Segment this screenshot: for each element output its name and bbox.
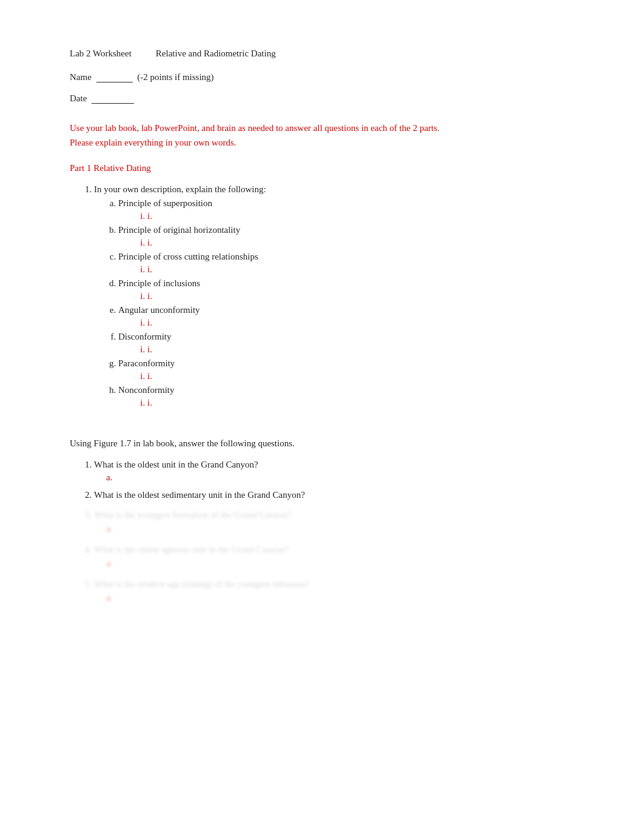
sub-item-h-label: Nonconformity <box>118 385 174 395</box>
blurred-q4-answer: ■ <box>94 560 583 569</box>
sub-sub-list-a: i. <box>118 211 583 221</box>
date-line: Date <box>70 93 583 104</box>
sub-item-g-label: Paraconformity <box>118 358 175 368</box>
sub-item-d: Principle of inclusions i. <box>118 278 583 301</box>
header: Lab 2 Worksheet Relative and Radiometric… <box>70 49 583 59</box>
sub-sub-list-h: i. <box>118 398 583 408</box>
blurred-question-list: What is the youngest formation of the Gr… <box>70 510 583 604</box>
blurred-section: What is the youngest formation of the Gr… <box>70 510 583 604</box>
figure-q2-text: What is the oldest sedimentary unit in t… <box>94 490 305 500</box>
answer-i-b[interactable]: i. <box>147 238 583 248</box>
sub-item-e: Angular unconformity i. <box>118 305 583 328</box>
sub-sub-list-c: i. <box>118 264 583 275</box>
blurred-q4-text: What is the oldest igneous unit in the G… <box>94 545 583 555</box>
part1-heading: Part 1 Relative Dating <box>70 163 583 173</box>
question-1-text: In your own description, explain the fol… <box>94 184 266 194</box>
sub-item-f-label: Disconformity <box>118 332 172 341</box>
blurred-q5-answer: ■ <box>94 594 583 604</box>
sub-item-b-label: Principle of original horizontality <box>118 225 240 235</box>
question-list-1: In your own description, explain the fol… <box>70 184 583 408</box>
figure-q1-text: What is the oldest unit in the Grand Can… <box>94 460 258 469</box>
sub-item-c: Principle of cross cutting relationships… <box>118 252 583 275</box>
sub-sub-list-b: i. <box>118 238 583 248</box>
answer-i-d[interactable]: i. <box>147 291 583 301</box>
sub-item-e-label: Angular unconformity <box>118 305 200 315</box>
figure-q1: What is the oldest unit in the Grand Can… <box>94 460 583 483</box>
answer-i-h[interactable]: i. <box>147 398 583 408</box>
question-1: In your own description, explain the fol… <box>94 184 583 408</box>
sub-item-h: Nonconformity i. <box>118 385 583 408</box>
date-blank[interactable] <box>92 103 134 104</box>
sub-item-a: Principle of superposition i. <box>118 198 583 221</box>
answer-i-g[interactable]: i. <box>147 371 583 381</box>
sub-item-f: Disconformity i. <box>118 332 583 355</box>
sub-item-g: Paraconformity i. <box>118 358 583 381</box>
instructions: Use your lab book, lab PowerPoint, and b… <box>70 121 446 150</box>
answer-i-a[interactable]: i. <box>147 211 583 221</box>
figure-q1-answer[interactable]: a. <box>94 472 583 483</box>
question-list-2: What is the oldest unit in the Grand Can… <box>70 460 583 500</box>
sub-sub-list-g: i. <box>118 371 583 381</box>
sub-sub-list-d: i. <box>118 291 583 301</box>
answer-i-e[interactable]: i. <box>147 318 583 328</box>
name-note: (-2 points if missing) <box>137 72 213 82</box>
sub-list-1: Principle of superposition i. Principle … <box>94 198 583 408</box>
figure-q2: What is the oldest sedimentary unit in t… <box>94 490 583 500</box>
blurred-q5-text: What is the relative age (timing) of the… <box>94 579 583 589</box>
blurred-q4: What is the oldest igneous unit in the G… <box>94 545 583 569</box>
answer-i-c[interactable]: i. <box>147 264 583 275</box>
sub-sub-list-e: i. <box>118 318 583 328</box>
name-line: Name (-2 points if missing) <box>70 72 583 82</box>
sub-sub-list-f: i. <box>118 344 583 355</box>
title-label: Relative and Radiometric Dating <box>156 49 276 59</box>
sub-item-c-label: Principle of cross cutting relationships <box>118 252 258 261</box>
sub-item-d-label: Principle of inclusions <box>118 278 200 288</box>
answer-i-f[interactable]: i. <box>147 344 583 355</box>
blurred-q5: What is the relative age (timing) of the… <box>94 579 583 604</box>
blurred-q3-text: What is the youngest formation of the Gr… <box>94 510 583 520</box>
sub-item-b: Principle of original horizontality i. <box>118 225 583 248</box>
date-label: Date <box>70 93 87 103</box>
name-label: Name <box>70 72 92 82</box>
lab-label: Lab 2 Worksheet <box>70 49 132 59</box>
blurred-q3: What is the youngest formation of the Gr… <box>94 510 583 535</box>
blurred-q3-answer: ■ <box>94 525 583 535</box>
name-blank[interactable] <box>96 82 133 82</box>
sub-item-a-label: Principle of superposition <box>118 198 212 208</box>
figure-intro: Using Figure 1.7 in lab book, answer the… <box>70 438 583 449</box>
